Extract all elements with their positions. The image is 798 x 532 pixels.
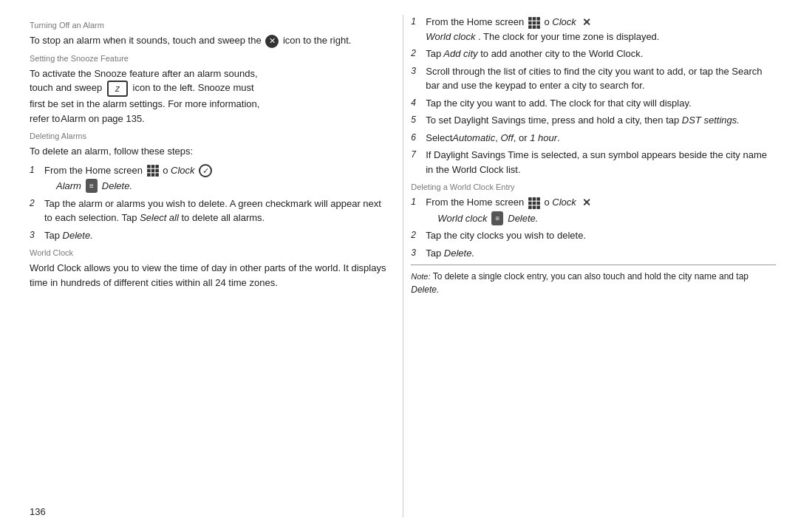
svg-rect-11 bbox=[536, 17, 540, 21]
x-icon-del1: ✕ bbox=[580, 197, 593, 210]
svg-rect-5 bbox=[155, 169, 159, 173]
world-clock-body: World Clock allows you to view the time … bbox=[30, 261, 388, 290]
clock-label-1: Clock bbox=[171, 165, 197, 176]
svg-rect-18 bbox=[528, 197, 532, 201]
clock-label-del1: Clock bbox=[552, 197, 579, 208]
del-wc-step-num-3: 3 bbox=[411, 246, 423, 261]
svg-rect-26 bbox=[536, 205, 540, 209]
grid-icon-wc1 bbox=[528, 16, 541, 30]
svg-rect-21 bbox=[528, 201, 532, 205]
section-title-delete-wc: Deleting a World Clock Entry bbox=[411, 183, 776, 191]
wc-step-num-5: 5 bbox=[411, 113, 423, 128]
svg-rect-6 bbox=[147, 174, 151, 177]
step-num-2: 2 bbox=[30, 197, 41, 225]
wc-step-6-content: SelectAutomatic, Off, or 1 hour. bbox=[426, 131, 776, 146]
x-icon: ✕ bbox=[265, 35, 279, 48]
wc-step-7-content: If Daylight Savings Time is selected, a … bbox=[426, 148, 776, 177]
wc-step-num-2: 2 bbox=[411, 47, 423, 61]
del-sub-step-1: World clock ≡ Delete. bbox=[437, 211, 776, 226]
svg-rect-25 bbox=[533, 205, 536, 209]
svg-rect-23 bbox=[536, 201, 540, 205]
svg-rect-19 bbox=[533, 197, 536, 201]
deleting-intro: To delete an alarm, follow these steps: bbox=[30, 144, 388, 159]
svg-rect-1 bbox=[151, 165, 154, 168]
grid-icon-del1 bbox=[528, 197, 541, 210]
wc-step-1-content: From the Home screen o Clock ✕ World clo… bbox=[426, 15, 776, 44]
wc-step-2-content: Tap Add city to add another city to the … bbox=[426, 47, 776, 61]
svg-rect-3 bbox=[147, 169, 151, 173]
del-wc-step-3: 3 Tap Delete. bbox=[411, 246, 776, 261]
step-3-content: Tap Delete. bbox=[44, 228, 388, 243]
section-title-deleting: Deleting Alarms bbox=[30, 132, 388, 140]
section-snooze: Setting the Snooze Feature To activate t… bbox=[30, 54, 388, 126]
wc-step-3-content: Scroll through the list of cities to fin… bbox=[426, 64, 776, 93]
svg-rect-8 bbox=[155, 174, 159, 177]
section-turning-off-alarm: Turning Off an Alarm To stop an alarm wh… bbox=[30, 21, 388, 48]
svg-rect-22 bbox=[533, 201, 536, 205]
wc-step-4: 4 Tap the city you want to add. The cloc… bbox=[411, 96, 776, 111]
wc-step-3: 3 Scroll through the list of cities to f… bbox=[411, 64, 776, 93]
del-wc-step-1: 1 From the Home screen o Clock ✕ bbox=[411, 195, 776, 225]
svg-rect-15 bbox=[528, 25, 532, 29]
section-world-clock: World Clock World Clock allows you to vi… bbox=[30, 248, 388, 290]
note-label: Note: bbox=[411, 272, 430, 281]
wc-step-num-7: 7 bbox=[411, 148, 423, 177]
del-wc-step-num-2: 2 bbox=[411, 228, 423, 243]
svg-rect-13 bbox=[533, 21, 536, 24]
svg-rect-24 bbox=[528, 205, 532, 209]
del-wc-step-2: 2 Tap the city clocks you wish to delete… bbox=[411, 228, 776, 243]
wc-step-num-1: 1 bbox=[411, 15, 423, 44]
wc-step-6: 6 SelectAutomatic, Off, or 1 hour. bbox=[411, 131, 776, 146]
wc-step-5-content: To set Daylight Savings time, press and … bbox=[426, 113, 776, 128]
svg-rect-12 bbox=[528, 21, 532, 24]
step-1-content: From the Home screen o Clock ✓ bbox=[44, 163, 388, 194]
del-wc-step-2-content: Tap the city clocks you wish to delete. bbox=[426, 228, 776, 243]
wc-step-7: 7 If Daylight Savings Time is selected, … bbox=[411, 148, 776, 177]
wc-step-1: 1 From the Home screen o Clock ✕ Wo bbox=[411, 15, 776, 44]
wc-step-num-6: 6 bbox=[411, 131, 423, 146]
left-column: Turning Off an Alarm To stop an alarm wh… bbox=[30, 15, 403, 517]
step-3: 3 Tap Delete. bbox=[30, 228, 388, 243]
delete-wc-steps: 1 From the Home screen o Clock ✕ bbox=[411, 195, 776, 260]
svg-rect-4 bbox=[151, 169, 154, 173]
wc-step-5: 5 To set Daylight Savings time, press an… bbox=[411, 113, 776, 128]
svg-rect-17 bbox=[536, 25, 540, 29]
clock-label-wc1: Clock bbox=[552, 16, 579, 27]
section-title-turning-off: Turning Off an Alarm bbox=[30, 21, 388, 30]
wc-step-4-content: Tap the city you want to add. The clock … bbox=[426, 96, 776, 111]
step-1: 1 From the Home screen o Clock bbox=[30, 163, 388, 194]
note-text: To delete a single clock entry, you can … bbox=[433, 271, 748, 282]
svg-rect-20 bbox=[536, 197, 540, 201]
right-column: 1 From the Home screen o Clock ✕ Wo bbox=[403, 15, 776, 517]
world-clock-steps: 1 From the Home screen o Clock ✕ Wo bbox=[411, 15, 776, 177]
note-box: Note: To delete a single clock entry, yo… bbox=[411, 265, 776, 296]
page-number: 136 bbox=[30, 506, 46, 517]
svg-rect-14 bbox=[536, 21, 540, 24]
svg-rect-2 bbox=[155, 165, 159, 168]
section-deleting-alarms: Deleting Alarms To delete an alarm, foll… bbox=[30, 132, 388, 242]
wc-step-2: 2 Tap Add city to add another city to th… bbox=[411, 47, 776, 61]
sub-step-1: Alarm ≡ Delete. bbox=[56, 179, 388, 194]
svg-rect-7 bbox=[151, 174, 154, 177]
svg-rect-10 bbox=[533, 17, 536, 21]
section-deleting-world-clock: Deleting a World Clock Entry 1 From the … bbox=[411, 183, 776, 260]
turning-off-body: To stop an alarm when it sounds, touch a… bbox=[30, 33, 388, 48]
del-wc-step-3-content: Tap Delete. bbox=[426, 246, 776, 261]
svg-rect-0 bbox=[147, 165, 151, 168]
svg-rect-9 bbox=[528, 17, 532, 21]
del-wc-step-1-content: From the Home screen o Clock ✕ bbox=[426, 195, 776, 225]
note-delete: Delete. bbox=[411, 284, 439, 295]
x-icon-wc1: ✕ bbox=[580, 16, 593, 30]
section-title-snooze: Setting the Snooze Feature bbox=[30, 54, 388, 63]
step-2-content: Tap the alarm or alarms you wish to dele… bbox=[44, 197, 388, 225]
menu-button-1: ≡ bbox=[86, 179, 98, 193]
snooze-icon: z bbox=[107, 81, 128, 97]
step-2: 2 Tap the alarm or alarms you wish to de… bbox=[30, 197, 388, 225]
deleting-steps: 1 From the Home screen o Clock bbox=[30, 163, 388, 243]
checkmark-icon-1: ✓ bbox=[199, 164, 212, 177]
menu-button-del1: ≡ bbox=[491, 211, 503, 225]
snooze-body: To activate the Snooze feature after an … bbox=[30, 66, 388, 126]
section-title-world-clock: World Clock bbox=[30, 248, 388, 257]
svg-rect-16 bbox=[533, 25, 536, 29]
del-wc-step-num-1: 1 bbox=[411, 195, 423, 225]
